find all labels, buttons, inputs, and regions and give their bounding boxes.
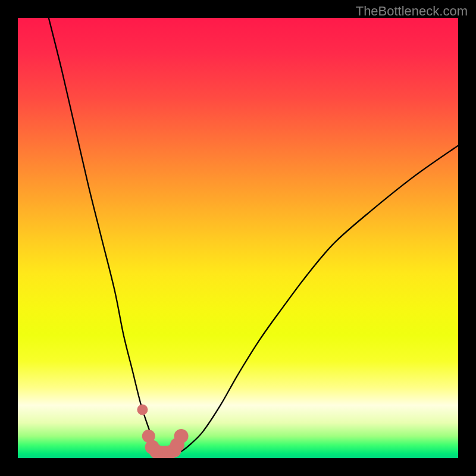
marker-point xyxy=(174,429,189,443)
frame-right xyxy=(458,0,476,476)
curve-markers xyxy=(18,18,458,458)
frame-left xyxy=(0,0,18,476)
frame-bottom xyxy=(0,458,476,476)
marker-point xyxy=(137,405,148,415)
watermark-text: TheBottleneck.com xyxy=(356,4,468,19)
